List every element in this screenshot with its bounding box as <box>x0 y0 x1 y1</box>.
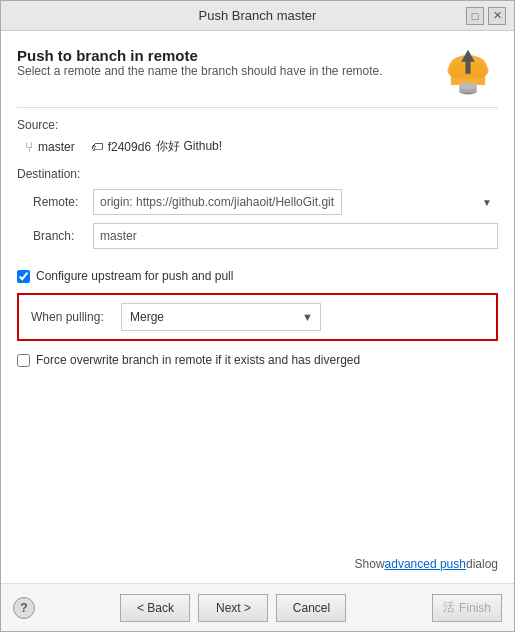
back-button[interactable]: < Back <box>120 594 190 622</box>
when-pulling-select-wrapper: Merge Rebase None ▼ <box>121 303 321 331</box>
cancel-button[interactable]: Cancel <box>276 594 346 622</box>
force-overwrite-checkbox[interactable] <box>17 354 30 367</box>
configure-upstream-label[interactable]: Configure upstream for push and pull <box>36 269 233 283</box>
footer-right: 活 Finish <box>432 594 502 622</box>
remote-field-row: Remote: origin: https://github.com/jiaha… <box>17 189 498 215</box>
branch-label: Branch: <box>33 229 93 243</box>
configure-upstream-row: Configure upstream for push and pull <box>17 269 498 283</box>
remote-select-arrow: ▼ <box>482 197 492 208</box>
remote-label: Remote: <box>33 195 93 209</box>
remote-select[interactable]: origin: https://github.com/jiahaoit/Hell… <box>93 189 342 215</box>
source-commit-message: 你好 Github! <box>156 138 222 155</box>
divider-1 <box>17 107 498 108</box>
next-button[interactable]: Next > <box>198 594 268 622</box>
finish-label: Finish <box>459 601 491 615</box>
footer-left: ? <box>13 597 35 619</box>
destination-label: Destination: <box>17 167 498 181</box>
header-row: Push to branch in remote Select a remote… <box>17 47 498 103</box>
advanced-push-link[interactable]: advanced push <box>385 557 466 571</box>
source-branch-name: master <box>38 140 75 154</box>
show-advanced-text: Show <box>355 557 385 571</box>
commit-icon: 🏷 <box>91 140 103 154</box>
spacer <box>17 377 498 557</box>
dialog-content: Push to branch in remote Select a remote… <box>1 31 514 583</box>
when-pulling-label: When pulling: <box>31 310 121 324</box>
source-row: ⑂ master 🏷 f2409d6 你好 Github! <box>17 138 498 155</box>
source-label: Source: <box>17 118 498 132</box>
footer: ? < Back Next > Cancel 活 Finish <box>1 583 514 631</box>
subtitle: Select a remote and the name the branch … <box>17 64 383 78</box>
show-advanced-row: Show advanced push dialog <box>17 557 498 571</box>
source-commit-hash: f2409d6 <box>108 140 151 154</box>
destination-section: Destination: Remote: origin: https://git… <box>17 167 498 257</box>
branch-icon: ⑂ <box>25 139 33 155</box>
page-title: Push to branch in remote <box>17 47 383 64</box>
help-button[interactable]: ? <box>13 597 35 619</box>
source-commit-item: 🏷 f2409d6 你好 Github! <box>91 138 222 155</box>
finish-logo-icon: 活 <box>443 599 455 616</box>
close-button[interactable]: ✕ <box>488 7 506 25</box>
minimize-button[interactable]: □ <box>466 7 484 25</box>
finish-button: 活 Finish <box>432 594 502 622</box>
branch-input[interactable] <box>93 223 498 249</box>
footer-center: < Back Next > Cancel <box>120 594 346 622</box>
source-branch-item: ⑂ master <box>25 139 75 155</box>
dialog-text: dialog <box>466 557 498 571</box>
force-overwrite-label[interactable]: Force overwrite branch in remote if it e… <box>36 353 360 367</box>
push-branch-dialog: Push Branch master □ ✕ Push to branch in… <box>0 0 515 632</box>
configure-upstream-checkbox[interactable] <box>17 270 30 283</box>
remote-select-wrapper: origin: https://github.com/jiahaoit/Hell… <box>93 189 498 215</box>
header-text: Push to branch in remote Select a remote… <box>17 47 383 92</box>
force-overwrite-row: Force overwrite branch in remote if it e… <box>17 353 498 367</box>
when-pulling-select[interactable]: Merge Rebase None <box>121 303 321 331</box>
title-bar-controls: □ ✕ <box>466 7 506 25</box>
branch-field-row: Branch: <box>17 223 498 249</box>
when-pulling-section: When pulling: Merge Rebase None ▼ <box>17 293 498 341</box>
cloud-upload-icon <box>438 43 498 103</box>
title-bar: Push Branch master □ ✕ <box>1 1 514 31</box>
svg-point-7 <box>459 82 476 89</box>
dialog-title: Push Branch master <box>49 8 466 23</box>
